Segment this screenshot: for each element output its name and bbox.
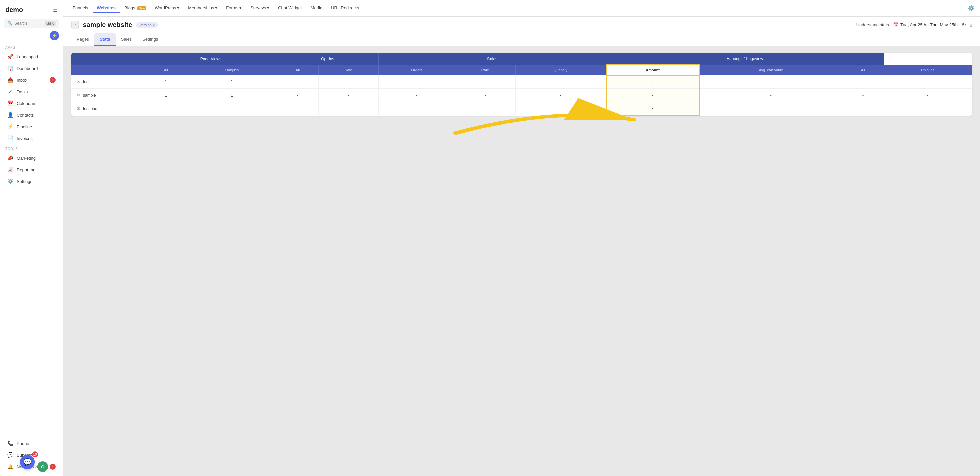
sidebar-item-tasks[interactable]: ✓ Tasks: [2, 86, 61, 97]
marketing-label: Marketing: [17, 156, 36, 161]
sidebar-item-settings[interactable]: ⚙️ Settings: [2, 176, 61, 187]
sub-header-10: All: [842, 65, 884, 75]
sub-header-3: All: [277, 65, 319, 75]
main-area: FunnelsWebsitesBlogs NewWordPress ▾Membe…: [64, 0, 980, 476]
calendars-label: Calendars: [17, 101, 37, 106]
sidebar-item-launchpad[interactable]: 🚀 Launchpad: [2, 51, 61, 62]
reporting-icon: 📈: [7, 167, 13, 173]
pipeline-label: Pipeline: [17, 124, 32, 129]
cell-1-8: -: [699, 89, 842, 102]
cell-0-4: -: [379, 75, 455, 89]
marketing-icon: 📣: [7, 155, 13, 161]
topnav-chat_widget[interactable]: Chat Widget: [274, 3, 306, 13]
avatar[interactable]: G: [37, 461, 48, 472]
top-nav-links: FunnelsWebsitesBlogs NewWordPress ▾Membe…: [69, 3, 967, 13]
cell-0-8: -: [699, 75, 842, 89]
sidebar-item-inbox[interactable]: 📥 Inbox 1: [2, 74, 61, 86]
cell-2-3: -: [319, 102, 379, 115]
notifications-badge: 4: [50, 464, 56, 470]
cell-0-9: -: [842, 75, 884, 89]
info-icon[interactable]: ℹ: [970, 22, 972, 28]
table-row: ✉test11---------: [72, 75, 972, 89]
sub-header-1: All: [145, 65, 187, 75]
tab-pages[interactable]: Pages: [72, 33, 94, 46]
sidebar-item-pipeline[interactable]: ⚡ Pipeline: [2, 121, 61, 132]
topnav-media[interactable]: Media: [307, 3, 326, 13]
sidebar-item-dashboard[interactable]: 📊 Dashboard: [2, 63, 61, 74]
topnav-memberships[interactable]: Memberships ▾: [184, 3, 221, 13]
sidebar-bottom: 📞 Phone 💬 Support 🔔 Notifications 4: [0, 434, 63, 476]
app-logo: demo: [5, 6, 23, 14]
tab-settings[interactable]: Settings: [137, 33, 163, 46]
search-shortcut: ctrl K: [45, 21, 56, 26]
search-bar[interactable]: 🔍 Search ctrl K: [4, 19, 59, 28]
sub-header-5: Orders: [379, 65, 455, 75]
sidebar-item-calendars[interactable]: 📅 Calendars: [2, 98, 61, 109]
tab-stats[interactable]: Stats: [94, 33, 116, 46]
header-group-0: [72, 53, 145, 65]
table-sub-header-row: AllUniquesAllRateOrdersRateQuantityAmoun…: [72, 65, 972, 75]
date-range-text: Tue, Apr 25th - Thu, May 25th: [900, 22, 958, 27]
calendar-icon: 📅: [893, 22, 898, 27]
settings-gear-icon[interactable]: ⚙️: [968, 5, 975, 11]
row-name-text: sample: [83, 93, 96, 98]
understand-stats-link[interactable]: Understand stats: [856, 22, 889, 27]
cell-1-6: -: [515, 89, 606, 102]
topnav-blogs[interactable]: Blogs New: [120, 3, 150, 13]
cell-0-3: -: [319, 75, 379, 89]
sidebar: demo ☰ 🔍 Search ctrl K ⚡ Apps 🚀 Launchpa…: [0, 0, 64, 476]
refresh-button[interactable]: ↻: [962, 22, 966, 28]
sidebar-item-invoices[interactable]: 📄 Invoices: [2, 133, 61, 144]
topnav-forms[interactable]: Forms ▾: [222, 3, 246, 13]
sidebar-item-phone[interactable]: 📞 Phone: [2, 438, 61, 449]
chat-bubble[interactable]: 💬: [20, 455, 35, 469]
topnav-wordpress[interactable]: WordPress ▾: [151, 3, 183, 13]
phone-icon: 📞: [7, 440, 13, 446]
topnav-url_redirects[interactable]: URL Redirects: [327, 3, 363, 13]
sidebar-item-contacts[interactable]: 👤 Contacts: [2, 110, 61, 121]
dashboard-icon: 📊: [7, 65, 13, 72]
tasks-label: Tasks: [17, 89, 28, 94]
cell-2-0: -: [145, 102, 187, 115]
table-header-group-row: Page ViewsOpt-InsSalesEarnings / Pagevie…: [72, 53, 972, 65]
sidebar-logo: demo ☰: [0, 0, 63, 17]
dropdown-arrow-icon: ▾: [239, 5, 242, 10]
invoices-label: Invoices: [17, 136, 33, 141]
row-name-1: ✉sample: [72, 89, 145, 102]
apps-nav: 🚀 Launchpad 📊 Dashboard 📥 Inbox 1✓ Tasks…: [0, 51, 63, 145]
settings-label: Settings: [17, 179, 32, 184]
reporting-label: Reporting: [17, 167, 35, 172]
back-button[interactable]: ‹: [72, 21, 79, 29]
tabs-container: PagesStatsSalesSettings: [72, 33, 163, 46]
envelope-icon: ✉: [77, 80, 80, 84]
contacts-icon: 👤: [7, 112, 13, 118]
cell-2-6: -: [515, 102, 606, 115]
topnav-surveys[interactable]: Surveys ▾: [247, 3, 274, 13]
lightning-button[interactable]: ⚡: [50, 31, 59, 40]
cell-2-5: -: [455, 102, 515, 115]
phone-label: Phone: [17, 441, 29, 446]
tab-sales[interactable]: Sales: [116, 33, 137, 46]
contacts-label: Contacts: [17, 113, 34, 118]
new-badge: New: [137, 6, 146, 10]
cell-0-6: -: [515, 75, 606, 89]
chat-badge: 10: [32, 451, 38, 457]
header-group-2: Opt-Ins: [277, 53, 379, 65]
cell-1-9: -: [842, 89, 884, 102]
sub-header-8: Amount: [606, 65, 699, 75]
cell-2-7: -: [606, 102, 699, 115]
launchpad-label: Launchpad: [17, 54, 38, 59]
topnav-websites[interactable]: Websites: [93, 3, 120, 13]
cell-2-2: -: [277, 102, 319, 115]
sidebar-item-marketing[interactable]: 📣 Marketing: [2, 153, 61, 164]
topnav-funnels[interactable]: Funnels: [69, 3, 92, 13]
hamburger-icon[interactable]: ☰: [53, 7, 58, 13]
sidebar-item-reporting[interactable]: 📈 Reporting: [2, 164, 61, 175]
support-icon: 💬: [7, 452, 13, 458]
apps-section-label: Apps: [0, 43, 63, 51]
header-group-4: Earnings / Pageview: [606, 53, 884, 65]
search-icon: 🔍: [7, 21, 12, 26]
cell-2-4: -: [379, 102, 455, 115]
search-label: Search: [14, 21, 27, 26]
cell-1-2: -: [277, 89, 319, 102]
